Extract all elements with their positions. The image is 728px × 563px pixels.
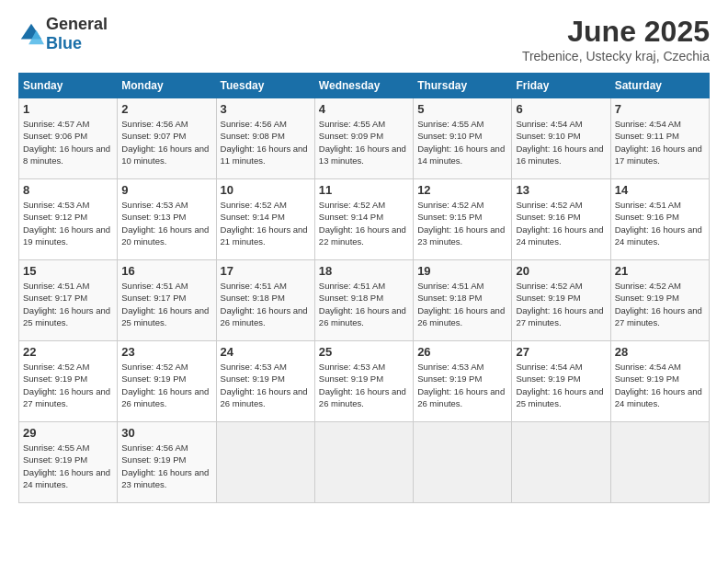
day-info: Sunrise: 4:51 AMSunset: 9:18 PMDaylight:…	[319, 281, 406, 327]
calendar-day-cell: 22 Sunrise: 4:52 AMSunset: 9:19 PMDaylig…	[19, 341, 118, 422]
logo-text: General Blue	[46, 15, 108, 53]
day-number: 7	[615, 102, 705, 116]
day-info: Sunrise: 4:52 AMSunset: 9:19 PMDaylight:…	[23, 362, 110, 408]
calendar-day-cell: 25 Sunrise: 4:53 AMSunset: 9:19 PMDaylig…	[314, 341, 413, 422]
calendar-day-cell: 30 Sunrise: 4:56 AMSunset: 9:19 PMDaylig…	[118, 422, 216, 503]
calendar-day-cell	[216, 422, 314, 503]
day-info: Sunrise: 4:52 AMSunset: 9:19 PMDaylight:…	[615, 281, 702, 327]
calendar-day-cell: 7 Sunrise: 4:54 AMSunset: 9:11 PMDayligh…	[610, 98, 709, 179]
calendar-day-cell: 20 Sunrise: 4:52 AMSunset: 9:19 PMDaylig…	[512, 260, 610, 341]
day-info: Sunrise: 4:51 AMSunset: 9:18 PMDaylight:…	[417, 281, 505, 327]
day-number: 29	[23, 426, 113, 440]
calendar-table: SundayMondayTuesdayWednesdayThursdayFrid…	[18, 73, 710, 503]
day-number: 21	[615, 264, 705, 278]
day-info: Sunrise: 4:52 AMSunset: 9:14 PMDaylight:…	[221, 200, 308, 247]
calendar-day-cell: 17 Sunrise: 4:51 AMSunset: 9:18 PMDaylig…	[216, 260, 314, 341]
day-info: Sunrise: 4:52 AMSunset: 9:19 PMDaylight:…	[516, 281, 603, 327]
day-info: Sunrise: 4:53 AMSunset: 9:13 PMDaylight:…	[121, 200, 209, 247]
calendar-day-cell: 10 Sunrise: 4:52 AMSunset: 9:14 PMDaylig…	[216, 179, 314, 260]
day-number: 2	[121, 102, 211, 116]
calendar-day-cell	[414, 422, 512, 503]
day-info: Sunrise: 4:54 AMSunset: 9:19 PMDaylight:…	[516, 362, 603, 408]
day-info: Sunrise: 4:51 AMSunset: 9:17 PMDaylight:…	[23, 281, 110, 327]
day-info: Sunrise: 4:52 AMSunset: 9:19 PMDaylight:…	[121, 362, 209, 408]
calendar-day-cell: 3 Sunrise: 4:56 AMSunset: 9:08 PMDayligh…	[216, 98, 314, 179]
month-title: June 2025	[522, 15, 710, 49]
day-number: 30	[121, 426, 211, 440]
calendar-day-cell	[610, 422, 709, 503]
day-info: Sunrise: 4:51 AMSunset: 9:17 PMDaylight:…	[121, 281, 209, 327]
calendar-day-cell: 2 Sunrise: 4:56 AMSunset: 9:07 PMDayligh…	[118, 98, 216, 179]
day-number: 11	[319, 183, 409, 197]
calendar-day-cell: 26 Sunrise: 4:53 AMSunset: 9:19 PMDaylig…	[414, 341, 512, 422]
day-of-week-header: Friday	[512, 74, 610, 98]
day-info: Sunrise: 4:56 AMSunset: 9:08 PMDaylight:…	[221, 119, 308, 166]
day-number: 27	[516, 345, 606, 359]
day-info: Sunrise: 4:56 AMSunset: 9:19 PMDaylight:…	[121, 442, 209, 489]
day-number: 14	[615, 183, 705, 197]
day-number: 3	[221, 102, 311, 116]
logo-icon	[18, 21, 44, 47]
calendar-day-cell: 12 Sunrise: 4:52 AMSunset: 9:15 PMDaylig…	[414, 179, 512, 260]
calendar-body: 1 Sunrise: 4:57 AMSunset: 9:06 PMDayligh…	[19, 98, 710, 503]
calendar-day-cell: 11 Sunrise: 4:52 AMSunset: 9:14 PMDaylig…	[314, 179, 413, 260]
day-of-week-header: Monday	[118, 74, 216, 98]
day-of-week-header: Wednesday	[314, 74, 413, 98]
calendar-week-row: 29 Sunrise: 4:55 AMSunset: 9:19 PMDaylig…	[19, 422, 710, 503]
day-info: Sunrise: 4:53 AMSunset: 9:19 PMDaylight:…	[221, 362, 308, 408]
day-number: 19	[417, 264, 507, 278]
day-number: 23	[121, 345, 211, 359]
calendar-day-cell	[512, 422, 610, 503]
day-number: 17	[221, 264, 311, 278]
day-number: 24	[221, 345, 311, 359]
calendar-day-cell: 5 Sunrise: 4:55 AMSunset: 9:10 PMDayligh…	[414, 98, 512, 179]
day-info: Sunrise: 4:52 AMSunset: 9:14 PMDaylight:…	[319, 200, 406, 247]
calendar-week-row: 15 Sunrise: 4:51 AMSunset: 9:17 PMDaylig…	[19, 260, 710, 341]
day-info: Sunrise: 4:54 AMSunset: 9:11 PMDaylight:…	[615, 119, 702, 166]
calendar-header: SundayMondayTuesdayWednesdayThursdayFrid…	[19, 74, 710, 98]
calendar-day-cell: 13 Sunrise: 4:52 AMSunset: 9:16 PMDaylig…	[512, 179, 610, 260]
day-info: Sunrise: 4:52 AMSunset: 9:15 PMDaylight:…	[417, 200, 505, 247]
day-info: Sunrise: 4:51 AMSunset: 9:18 PMDaylight:…	[221, 281, 308, 327]
calendar-day-cell: 19 Sunrise: 4:51 AMSunset: 9:18 PMDaylig…	[414, 260, 512, 341]
day-info: Sunrise: 4:55 AMSunset: 9:09 PMDaylight:…	[319, 119, 406, 166]
day-info: Sunrise: 4:54 AMSunset: 9:10 PMDaylight:…	[516, 119, 603, 166]
logo: General Blue	[18, 15, 108, 53]
calendar-week-row: 8 Sunrise: 4:53 AMSunset: 9:12 PMDayligh…	[19, 179, 710, 260]
calendar-day-cell: 4 Sunrise: 4:55 AMSunset: 9:09 PMDayligh…	[314, 98, 413, 179]
day-info: Sunrise: 4:53 AMSunset: 9:19 PMDaylight:…	[319, 362, 406, 408]
logo-general: General	[46, 15, 108, 33]
day-info: Sunrise: 4:56 AMSunset: 9:07 PMDaylight:…	[121, 119, 209, 166]
day-info: Sunrise: 4:55 AMSunset: 9:19 PMDaylight:…	[23, 442, 110, 489]
day-number: 16	[121, 264, 211, 278]
day-of-week-header: Thursday	[414, 74, 512, 98]
day-info: Sunrise: 4:57 AMSunset: 9:06 PMDaylight:…	[23, 119, 110, 166]
calendar-week-row: 1 Sunrise: 4:57 AMSunset: 9:06 PMDayligh…	[19, 98, 710, 179]
day-number: 1	[23, 102, 113, 116]
day-number: 22	[23, 345, 113, 359]
day-number: 25	[319, 345, 409, 359]
calendar-day-cell: 23 Sunrise: 4:52 AMSunset: 9:19 PMDaylig…	[118, 341, 216, 422]
calendar-day-cell: 18 Sunrise: 4:51 AMSunset: 9:18 PMDaylig…	[314, 260, 413, 341]
day-number: 18	[319, 264, 409, 278]
day-number: 20	[516, 264, 606, 278]
calendar-day-cell: 9 Sunrise: 4:53 AMSunset: 9:13 PMDayligh…	[118, 179, 216, 260]
title-section: June 2025 Trebenice, Ustecky kraj, Czech…	[522, 15, 710, 63]
days-of-week-row: SundayMondayTuesdayWednesdayThursdayFrid…	[19, 74, 710, 98]
calendar-day-cell: 28 Sunrise: 4:54 AMSunset: 9:19 PMDaylig…	[610, 341, 709, 422]
page-container: General Blue June 2025 Trebenice, Usteck…	[0, 0, 728, 512]
day-number: 5	[417, 102, 507, 116]
day-number: 8	[23, 183, 113, 197]
day-info: Sunrise: 4:53 AMSunset: 9:12 PMDaylight:…	[23, 200, 110, 247]
calendar-day-cell: 15 Sunrise: 4:51 AMSunset: 9:17 PMDaylig…	[19, 260, 118, 341]
day-number: 28	[615, 345, 705, 359]
day-number: 9	[121, 183, 211, 197]
calendar-day-cell: 16 Sunrise: 4:51 AMSunset: 9:17 PMDaylig…	[118, 260, 216, 341]
calendar-day-cell: 27 Sunrise: 4:54 AMSunset: 9:19 PMDaylig…	[512, 341, 610, 422]
day-number: 15	[23, 264, 113, 278]
calendar-day-cell: 6 Sunrise: 4:54 AMSunset: 9:10 PMDayligh…	[512, 98, 610, 179]
calendar-day-cell: 24 Sunrise: 4:53 AMSunset: 9:19 PMDaylig…	[216, 341, 314, 422]
calendar-day-cell: 8 Sunrise: 4:53 AMSunset: 9:12 PMDayligh…	[19, 179, 118, 260]
calendar-day-cell	[314, 422, 413, 503]
day-of-week-header: Sunday	[19, 74, 118, 98]
